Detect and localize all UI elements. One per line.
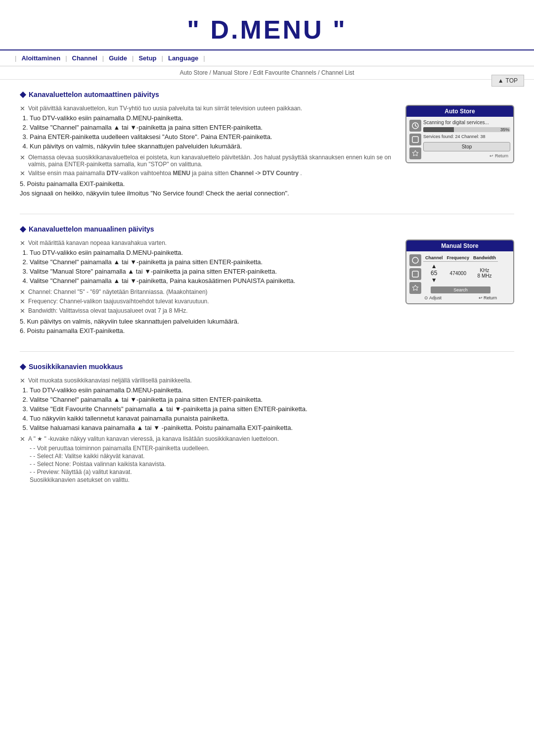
manual-store-mockup-title: Manual Store: [406, 240, 513, 251]
sub-nav: Auto Store / Manual Store / Edit Favouri…: [0, 66, 534, 80]
fav-step-3: Valitse "Edit Favourite Channels" painam…: [30, 405, 514, 413]
manual-store-mockup-sidebar: [409, 254, 421, 300]
nav-sep-start: |: [15, 54, 16, 62]
manual-store-layout: ✕ Voit määrittää kanavan nopeaa kanavaha…: [20, 239, 514, 336]
auto-store-mockup-sidebar: [409, 120, 421, 159]
auto-store-intro-note: ✕ Voit päivittää kanavaluettelon, kun TV…: [20, 105, 396, 112]
auto-store-extra-2: Jos signaali on heikko, näkyviin tulee i…: [20, 189, 396, 197]
channel-value: 65: [431, 270, 437, 277]
scanning-text: Scanning for digital services...: [423, 120, 510, 125]
auto-store-warning-notes: ✕ Olemassa olevaa suosikkikanavaluettelo…: [20, 154, 396, 177]
x-icon-ch-3: ✕: [20, 307, 25, 315]
auto-store-text: ✕ Voit päivittää kanavaluettelon, kun TV…: [20, 105, 396, 199]
search-bar[interactable]: Search: [431, 286, 490, 293]
manual-store-title-text: Kanavaluettelon manuaalinen päivitys: [29, 225, 154, 233]
manual-store-table: Channel Frequency Bandwidth: [423, 254, 498, 284]
auto-store-warning-1: ✕ Olemassa olevaa suosikkikanavaluettelo…: [20, 154, 396, 168]
channel-note-3-text: Bandwidth: Valittavissa olevat taajuusal…: [28, 307, 188, 314]
col-bandwidth: Bandwidth: [471, 254, 498, 262]
auto-store-extra-1: 5. Poistu painamalla EXIT-painiketta.: [20, 180, 396, 188]
section-favourites-title: ◆ Suosikkikanavien muokkaus: [20, 362, 514, 371]
auto-store-mockup-main: Scanning for digital services... 35% Ser…: [423, 120, 510, 159]
nav-item-channel[interactable]: Channel: [72, 54, 97, 62]
device-icon-2: [409, 134, 421, 145]
x-icon-ch-2: ✕: [20, 298, 25, 305]
nav-item-setup[interactable]: Setup: [138, 54, 156, 62]
auto-store-mockup: Auto Store: [405, 105, 514, 163]
x-icon-auto-intro: ✕: [20, 105, 25, 112]
svg-rect-1: [412, 137, 418, 142]
nav-item-guide[interactable]: Guide: [109, 54, 127, 62]
favourites-sub-notes: - Voit peruuttaa toiminnon painamalla EN…: [30, 445, 514, 475]
return-label: ↩ Return: [423, 153, 510, 158]
manual-store-intro-note: ✕ Voit määrittää kanavan nopeaa kanavaha…: [20, 239, 396, 247]
fav-sub-5: Suosikkikanavien asetukset on valittu.: [30, 476, 514, 483]
section-manual-store-title: ◆ Kanavaluettelon manuaalinen päivitys: [20, 224, 514, 234]
col-frequency: Frequency: [445, 254, 472, 262]
star-note-text: A " ★ " -kuvake näkyy valitun kanavan vi…: [28, 435, 279, 442]
progress-fill: [423, 127, 454, 132]
section-auto-store-title: ◆ Kanavaluettelon automaattinen päivitys: [20, 90, 514, 99]
auto-store-warning-2: ✕ Valitse ensin maa painamalla DTV-valik…: [20, 170, 396, 177]
diamond-icon-3: ◆: [20, 362, 26, 371]
stop-button[interactable]: Stop: [423, 142, 510, 151]
favourites-intro-note: ✕ Voit muokata suosikkikanaviasi neljäll…: [20, 377, 514, 384]
favourites-intro-text: Voit muokata suosikkikanaviasi neljällä …: [28, 377, 192, 384]
auto-store-warning-2-text: Valitse ensin maa painamalla DTV-valikon…: [28, 170, 302, 177]
manual-store-mockup-inner: Channel Frequency Bandwidth: [409, 254, 498, 300]
device-icon-3: [409, 147, 421, 159]
top-button[interactable]: ▲ TOP: [491, 75, 524, 87]
manual-store-step-3: Valitse "Manual Store" painamalla ▲ tai …: [30, 268, 396, 275]
manual-store-mockup-body: Channel Frequency Bandwidth: [406, 251, 513, 303]
channel-note-1-text: Channel: Channel "5" - "69" näytetään Br…: [28, 288, 208, 295]
auto-store-step-1: Tuo DTV-valikko esiin painamalla D.MENU-…: [30, 114, 396, 122]
manual-return-label: ↩ Return: [479, 295, 497, 300]
nav-item-aloittaminen[interactable]: Aloittaminen: [21, 54, 60, 62]
manual-store-steps: Tuo DTV-valikko esiin painamalla D.MENU-…: [30, 249, 396, 284]
section-manual-store: ◆ Kanavaluettelon manuaalinen päivitys ✕…: [20, 224, 514, 336]
nav-bar: | Aloittaminen | Channel | Guide | Setup…: [0, 49, 534, 66]
auto-store-step-2: Valitse "Channel" painamalla ▲ tai ▼-pai…: [30, 124, 396, 131]
adjust-label: ⊙ Adjust: [424, 295, 442, 300]
section-auto-store: ◆ Kanavaluettelon automaattinen päivitys…: [20, 90, 514, 199]
frequency-value: 474000: [445, 262, 472, 285]
manual-store-intro-text: Voit määrittää kanavan nopeaa kanavahaku…: [28, 239, 167, 246]
fav-step-5: Valitse haluamasi kanava painamalla ▲ ta…: [30, 424, 514, 431]
auto-store-step-4: Kun päivitys on valmis, näkyviin tulee s…: [30, 142, 396, 150]
fav-step-4: Tuo näkyviin kaikki tallennetut kanavat …: [30, 415, 514, 422]
x-icon-star: ✕: [20, 435, 25, 443]
nav-sep-1: |: [65, 54, 67, 62]
device-icon-1: [409, 120, 421, 132]
manual-store-extra-1: 5. Kun päivitys on valmis, näkyviin tule…: [20, 318, 396, 325]
nav-sep-4: |: [162, 54, 163, 62]
auto-store-layout: ✕ Voit päivittää kanavaluettelon, kun TV…: [20, 105, 514, 199]
manual-store-mockup: Manual Store: [405, 239, 514, 304]
arrow-up-icon: ▲: [498, 77, 504, 84]
channel-nav: ▲ 65 ▼: [423, 262, 445, 285]
nav-sep-end: |: [203, 54, 205, 62]
x-icon-fav-intro: ✕: [20, 377, 25, 384]
auto-store-image: Auto Store: [405, 105, 514, 163]
diamond-icon-1: ◆: [20, 90, 26, 99]
fav-sub-2: - Select All: Valitse kaikki näkyvät kan…: [30, 453, 514, 460]
manual-store-mockup-main: Channel Frequency Bandwidth: [423, 254, 498, 300]
nav-sep-3: |: [132, 54, 134, 62]
manual-device-icon-1: [409, 254, 421, 266]
manual-store-image: Manual Store: [405, 239, 514, 304]
manual-device-icon-2: [409, 268, 421, 280]
x-icon-ch-1: ✕: [20, 288, 25, 296]
auto-store-intro-text: Voit päivittää kanavaluettelon, kun TV-y…: [28, 105, 302, 112]
favourites-steps: Tuo DTV-valikko esiin painamalla D.MENU-…: [30, 386, 514, 431]
manual-store-extra-2: 6. Poistu painamalla EXIT-painiketta.: [20, 327, 396, 334]
auto-store-title-text: Kanavaluettelon automaattinen päivitys: [29, 91, 159, 98]
x-icon-warn-1: ✕: [20, 154, 25, 161]
nav-item-language[interactable]: Language: [168, 54, 198, 62]
svg-point-2: [412, 257, 418, 263]
bandwidth-display: KHz 8 MHz: [471, 262, 498, 285]
manual-store-channel-notes: ✕ Channel: Channel "5" - "69" näytetään …: [20, 288, 396, 315]
manual-store-step-4: Valitse "Channel" painamalla ▲ tai ▼-pai…: [30, 277, 396, 284]
col-channel: Channel: [423, 254, 445, 262]
khz-label: KHz: [480, 268, 490, 273]
fav-sub-3: - Select None: Poistaa valinnan kaikista…: [30, 461, 514, 468]
svg-rect-3: [412, 271, 418, 277]
